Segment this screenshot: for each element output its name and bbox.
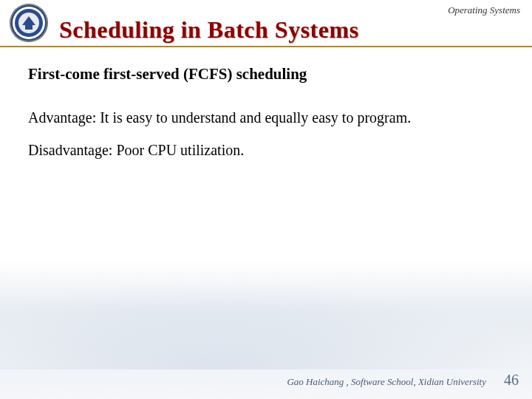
university-logo-icon — [9, 3, 49, 43]
background-accent — [0, 281, 532, 369]
disadvantage-text: Disadvantage: Poor CPU utilization. — [28, 138, 510, 162]
page-number: 46 — [504, 372, 519, 389]
advantage-text: Advantage: It is easy to understand and … — [28, 106, 510, 129]
section-subtitle: First-come first-served (FCFS) schedulin… — [28, 65, 510, 83]
slide-footer: Gao Haichang , Software School, Xidian U… — [287, 372, 519, 389]
slide-content: First-come first-served (FCFS) schedulin… — [0, 47, 532, 162]
slide-header: Operating Systems Scheduling in Batch Sy… — [0, 0, 532, 47]
course-label: Operating Systems — [448, 4, 520, 16]
author-affiliation: Gao Haichang , Software School, Xidian U… — [287, 376, 486, 388]
